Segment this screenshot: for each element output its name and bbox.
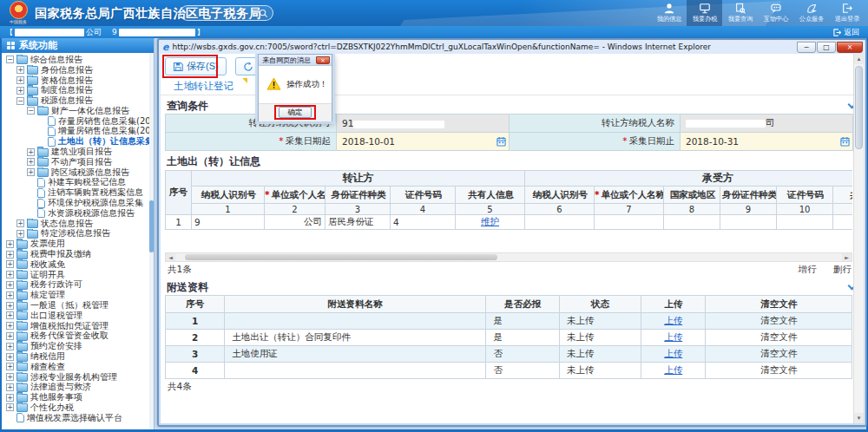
expand-toggle-icon[interactable] xyxy=(6,322,14,330)
expand-toggle-icon[interactable] xyxy=(27,158,35,166)
sidebar-item-label[interactable]: 跨区域税源信息报告 xyxy=(51,167,129,178)
sidebar-scrollbar[interactable] xyxy=(149,53,154,429)
sidebar-item[interactable]: 注销车辆购置税档案信息 xyxy=(2,187,154,198)
horizontal-scrollbar[interactable]: ◄ ► xyxy=(165,252,852,262)
sidebar-item[interactable]: 补建车购税登记信息 xyxy=(2,178,154,188)
expand-toggle-icon[interactable] xyxy=(16,230,24,238)
sidebar-item[interactable]: 特定涉税信息报告 xyxy=(2,229,154,239)
expand-toggle-icon[interactable] xyxy=(27,168,35,176)
sidebar-item-label[interactable]: 个性化办税 xyxy=(30,403,74,413)
upload-link[interactable]: 上传 xyxy=(664,348,682,358)
sidebar-item-label[interactable]: 补建车购税登记信息 xyxy=(48,178,126,188)
expand-toggle-icon[interactable] xyxy=(6,403,14,411)
vertical-scrollbar-thumb[interactable] xyxy=(855,66,863,149)
sidebar-item[interactable]: 制度信息报告 xyxy=(2,85,154,95)
expand-toggle-icon[interactable] xyxy=(16,97,24,105)
cell-transferee-cert-type[interactable] xyxy=(720,215,777,230)
sidebar-item[interactable]: 个性化办税 xyxy=(2,403,154,413)
sidebar-item[interactable]: 其他服务事项 xyxy=(2,392,154,403)
sidebar-item-label[interactable]: 增值税抵扣凭证管理 xyxy=(30,321,108,331)
sidebar-item-label[interactable]: 出口退税管理 xyxy=(30,311,82,321)
sidebar-item-label[interactable]: 财产一体化信息报告 xyxy=(51,106,129,116)
nav-logout[interactable]: 退出登录 xyxy=(829,0,865,26)
sidebar-item[interactable]: 土地出（转）让信息采集 xyxy=(2,136,154,147)
date-start-field[interactable]: 2018-10-01 xyxy=(337,133,510,151)
cell-transferor-id[interactable]: 9 xyxy=(192,215,265,230)
sidebar-item-label[interactable]: 环境保护税税源信息采集 xyxy=(48,198,143,208)
expand-toggle-icon[interactable] xyxy=(27,107,35,115)
scroll-down-arrow-icon[interactable]: ▾ xyxy=(854,413,864,423)
sidebar-item-label[interactable]: 核定管理 xyxy=(30,290,65,300)
horizontal-scrollbar-thumb[interactable] xyxy=(185,254,497,260)
sidebar-item[interactable]: 跨区域税源信息报告 xyxy=(2,167,154,178)
expand-toggle-icon[interactable] xyxy=(6,373,14,381)
sidebar-item[interactable]: 综合信息报告 xyxy=(2,55,154,65)
sidebar-item[interactable]: 增量房销售信息采集(2016) xyxy=(2,127,154,137)
header-search[interactable] xyxy=(180,5,273,21)
sidebar-item[interactable]: 涉税专业服务机构管理 xyxy=(2,372,154,383)
sidebar-item-label[interactable]: 资格信息报告 xyxy=(41,75,93,86)
sidebar-item-label[interactable]: 土地出（转）让信息采集 xyxy=(58,136,154,147)
sidebar-item-label[interactable]: 法律追责与救济 xyxy=(30,383,91,393)
sidebar-item-label[interactable]: 状态信息报告 xyxy=(41,219,93,229)
sidebar-item[interactable]: 证明开具 xyxy=(2,270,154,280)
scroll-left-arrow-icon[interactable]: ◄ xyxy=(166,253,175,261)
nav-public-service[interactable]: 公众服务 xyxy=(793,0,829,26)
sidebar-item[interactable]: 身份信息报告 xyxy=(2,65,154,75)
ok-button[interactable]: 确定 xyxy=(279,107,312,118)
sidebar-item-label[interactable]: 税源信息报告 xyxy=(41,95,93,106)
nav-inquiry[interactable]: 我要查询 xyxy=(722,0,758,26)
sidebar-item[interactable]: 环境保护税税源信息采集 xyxy=(2,198,154,208)
expand-toggle-icon[interactable] xyxy=(16,87,24,95)
upload-link[interactable]: 上传 xyxy=(664,331,682,342)
sidebar-item-label[interactable]: 预约定价安排 xyxy=(30,341,82,351)
sidebar-item-label[interactable]: 税务代保管资金收取 xyxy=(30,331,108,342)
ie-titlebar[interactable]: e http://wsbs.gxds.gov.cn:7005/sword?ctr… xyxy=(159,40,865,54)
sidebar-item[interactable]: 增值税发票选择确认平台 xyxy=(2,413,154,423)
sidebar-item[interactable]: 水资源税税源信息报告 xyxy=(2,208,154,219)
sidebar-item-label[interactable]: 制度信息报告 xyxy=(41,85,93,95)
add-row-button[interactable]: 增行 xyxy=(799,264,817,274)
search-icon[interactable] xyxy=(259,9,268,18)
sidebar-item[interactable]: 资格信息报告 xyxy=(2,75,154,86)
sidebar-item[interactable]: 预约定价安排 xyxy=(2,341,154,351)
sidebar-item-label[interactable]: 纳税信用 xyxy=(30,351,65,362)
cell-cert-type[interactable]: 居民身份证 xyxy=(326,215,391,230)
nav-my-info[interactable]: 我的信息 xyxy=(651,0,687,26)
delete-row-button[interactable]: 删行 xyxy=(833,264,852,274)
expand-toggle-icon[interactable] xyxy=(6,394,14,402)
expand-toggle-icon[interactable] xyxy=(6,271,14,278)
upload-link[interactable]: 上传 xyxy=(664,315,682,325)
cell-transferee-cert-no[interactable] xyxy=(777,215,833,230)
cell-transferor-name[interactable]: 公司 xyxy=(265,215,326,230)
scroll-right-arrow-icon[interactable]: ► xyxy=(842,253,852,261)
vertical-scrollbar[interactable]: ▴ ▾ xyxy=(853,54,864,423)
dialog-close-icon[interactable]: × xyxy=(316,56,330,64)
sidebar-item[interactable]: 发票使用 xyxy=(2,239,154,249)
expand-toggle-icon[interactable] xyxy=(6,260,14,268)
clear-file-button[interactable]: 清空文件 xyxy=(706,346,852,363)
expand-toggle-icon[interactable] xyxy=(6,291,14,299)
sidebar-item-label[interactable]: 税收减免 xyxy=(30,259,65,270)
expand-toggle-icon[interactable] xyxy=(6,240,14,248)
expand-toggle-icon[interactable] xyxy=(16,219,24,227)
sidebar-item-label[interactable]: 发票使用 xyxy=(30,239,65,249)
expand-toggle-icon[interactable] xyxy=(6,353,14,361)
calendar-icon[interactable] xyxy=(496,136,506,148)
sidebar-item-label[interactable]: 综合信息报告 xyxy=(30,55,82,65)
sidebar-item[interactable]: 增值税抵扣凭证管理 xyxy=(2,321,154,331)
sidebar-item[interactable]: 税收减免 xyxy=(2,259,154,270)
sidebar-item-label[interactable]: 稽查检查 xyxy=(30,362,65,372)
clear-file-button[interactable]: 清空文件 xyxy=(706,313,852,330)
sidebar-item-label[interactable]: 证明开具 xyxy=(30,270,65,280)
sidebar-item-label[interactable]: 水资源税税源信息报告 xyxy=(48,208,135,219)
expand-toggle-icon[interactable] xyxy=(6,332,14,340)
sidebar-item-label[interactable]: 存量房销售信息采集(2016) xyxy=(58,116,154,127)
sidebar-item[interactable]: 法律追责与救济 xyxy=(2,383,154,393)
sidebar-item[interactable]: 纳税信用 xyxy=(2,351,154,362)
sidebar-item-label[interactable]: 身份信息报告 xyxy=(41,65,93,75)
sidebar-item[interactable]: 税务代保管资金收取 xyxy=(2,331,154,342)
sidebar-item[interactable]: 一般退（抵）税管理 xyxy=(2,300,154,311)
cell-cert-no[interactable]: 4 xyxy=(391,215,456,230)
sidebar-item[interactable]: 建筑业项目报告 xyxy=(2,147,154,157)
